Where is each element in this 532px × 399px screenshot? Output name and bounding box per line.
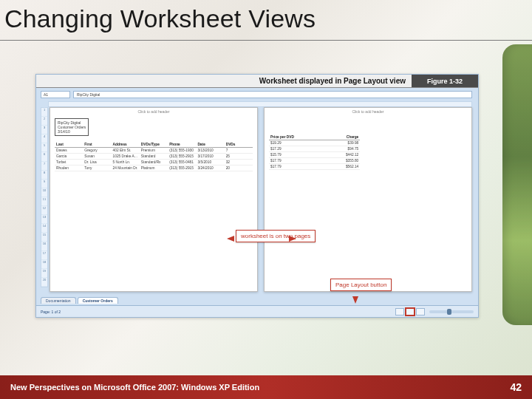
col: First: [83, 142, 111, 148]
col: Address: [112, 142, 140, 148]
col: Price per DVD: [269, 134, 315, 140]
formula-bar[interactable]: RipCity Digital: [73, 91, 472, 98]
orders-table-left: Last First Address DVDs/Type Phone Date …: [55, 142, 253, 171]
slide: Changing Worksheet Views Worksheet displ…: [0, 0, 532, 399]
footer-bar: New Perspectives on Microsoft Office 200…: [0, 375, 532, 399]
name-box[interactable]: A1: [41, 91, 70, 98]
sheet-tabs: Documentation Customer Orders: [41, 293, 118, 304]
table-row: $17.29$94.75: [269, 146, 360, 152]
col: Date: [196, 142, 224, 148]
table-row: TorbetDr. Lisa5 North Ln.Standard/Rx(313…: [55, 160, 253, 166]
figure-label: Figure 1-32: [412, 75, 478, 87]
company-title-block: RipCity Digital Customer Orders 3/14/10: [55, 118, 89, 136]
view-buttons: [395, 308, 474, 316]
normal-view-button[interactable]: [395, 308, 404, 316]
page-break-preview-button[interactable]: [416, 308, 425, 316]
callout-arrow-down-icon: [352, 296, 358, 304]
table-row: $15.79$442.12: [269, 152, 360, 158]
callout-page-layout-button: Page Layout button: [330, 279, 392, 291]
footer-text: New Perspectives on Microsoft Office 200…: [10, 383, 259, 392]
slide-title: Changing Worksheet Views: [4, 4, 316, 33]
col: Charge: [315, 134, 361, 140]
header-hint-right[interactable]: Click to add header: [265, 109, 471, 114]
table-row: $19.29$39.98: [269, 140, 360, 146]
horizontal-ruler: [48, 101, 472, 107]
zoom-slider[interactable]: [429, 310, 474, 313]
callout-two-pages: worksheet is on two pages: [236, 230, 316, 242]
table-row: RhodenTony24 Mountain Dr.Platinum(313) 5…: [55, 166, 253, 171]
table-row: GarciaSusan1025 Drake Ave.Standard(313) …: [55, 154, 253, 160]
decor-leaf-strip: [502, 44, 532, 325]
page-number: 42: [510, 381, 522, 393]
page-2: Click to add header Price per DVD Charge…: [264, 107, 472, 292]
sheet-tab-documentation[interactable]: Documentation: [41, 297, 76, 304]
status-bar: Page: 1 of 2: [36, 305, 478, 317]
figure-screenshot: Worksheet displayed in Page Layout view …: [35, 74, 479, 318]
col: DVDs: [225, 142, 253, 148]
orders-table-right: Price per DVD Charge $19.29$39.98 $17.29…: [269, 134, 360, 170]
header-hint-left[interactable]: Click to add header: [50, 109, 257, 114]
status-page-count: Page: 1 of 2: [41, 310, 61, 314]
figure-caption: Worksheet displayed in Page Layout view: [36, 75, 412, 87]
title-underline: [0, 40, 532, 41]
col: Phone: [168, 142, 196, 148]
col: Last: [55, 142, 83, 148]
callout-arrow-left-icon: [227, 236, 234, 242]
table-row: $17.79$562.14: [269, 164, 360, 170]
table-row: DawesGregory402 Elm St.Premium(313) 555-…: [55, 148, 253, 154]
company-line3: 3/14/10: [58, 129, 86, 134]
table-row: $17.79$355.80: [269, 158, 360, 164]
page-layout-view-button[interactable]: [406, 308, 415, 316]
page-layout-pages: Click to add header RipCity Digital Cust…: [50, 107, 472, 292]
page-1: Click to add header RipCity Digital Cust…: [50, 107, 258, 292]
row-number-gutter: 1234567891011121314151617181920: [41, 107, 48, 287]
callout-arrow-right-icon: [289, 236, 296, 242]
col: DVDs/Type: [140, 142, 168, 148]
figure-header: Worksheet displayed in Page Layout view …: [36, 75, 478, 88]
sheet-tab-customer-orders[interactable]: Customer Orders: [78, 297, 118, 304]
